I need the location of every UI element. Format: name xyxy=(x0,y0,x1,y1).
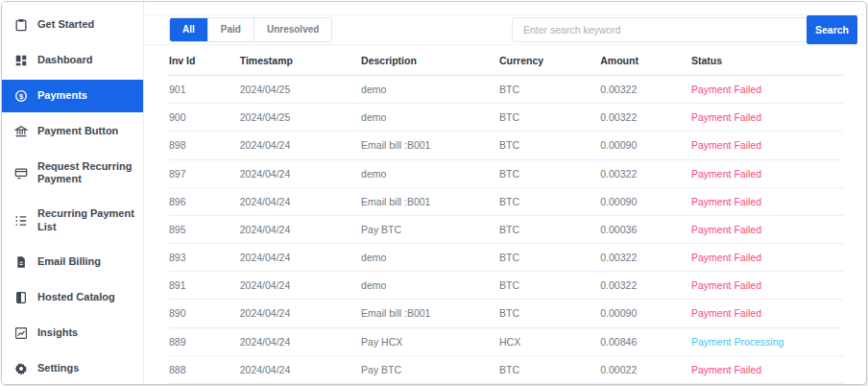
table-row: 896 2024/04/24 Email bill :B001 BTC 0.00… xyxy=(169,187,843,215)
cell-description: Email bill :B001 xyxy=(361,300,499,327)
cell-inv-id: 901 xyxy=(169,76,240,104)
cell-currency: HCX xyxy=(499,327,600,355)
filter-tab-paid[interactable]: Paid xyxy=(208,18,254,41)
table-row: 898 2024/04/24 Email bill :B001 BTC 0.00… xyxy=(169,132,843,159)
column-header: Currency xyxy=(499,45,600,76)
cell-status: Payment Failed xyxy=(691,355,843,383)
column-header: Description xyxy=(361,45,499,76)
sidebar: Get Started Dashboard $ Payments Payment… xyxy=(2,2,144,384)
cell-amount: 0.00846 xyxy=(600,327,691,355)
clipboard-icon xyxy=(14,18,28,32)
cell-description: demo xyxy=(361,244,499,272)
sidebar-item-email-billing[interactable]: Email Billing xyxy=(2,246,143,278)
cell-amount: 0.00090 xyxy=(600,132,691,159)
table-row: 901 2024/04/25 demo BTC 0.00322 Payment … xyxy=(169,76,843,104)
cell-amount: 0.00022 xyxy=(600,355,691,383)
dashboard-grid-icon xyxy=(14,54,28,67)
cell-description: Pay HCX xyxy=(361,327,499,355)
status-filter-group: All Paid Unresolved xyxy=(169,17,332,42)
cell-timestamp: 2024/04/24 xyxy=(240,272,361,300)
book-icon xyxy=(14,291,28,304)
cell-inv-id: 893 xyxy=(169,244,240,272)
search-input[interactable] xyxy=(512,17,808,42)
cell-description: Pay BTC xyxy=(361,383,499,385)
app-window: Get Started Dashboard $ Payments Payment… xyxy=(1,1,867,385)
table-row: 889 2024/04/24 Pay HCX HCX 0.00846 Payme… xyxy=(169,327,843,355)
cell-inv-id: 896 xyxy=(169,187,240,215)
dollar-circle-icon: $ xyxy=(14,89,28,103)
cell-status: Payment Processing xyxy=(691,327,843,355)
sidebar-item-label: Hosted Catalog xyxy=(37,291,115,303)
sidebar-item-request-recurring-payment[interactable]: Request Recurring Payment xyxy=(2,151,143,195)
cell-status: Payment Failed xyxy=(691,244,843,272)
cell-currency: BTC xyxy=(499,300,600,327)
sidebar-item-insights[interactable]: Insights xyxy=(2,317,143,350)
cell-amount: 0.00322 xyxy=(600,76,691,104)
cell-timestamp: 2024/04/24 xyxy=(240,187,361,215)
cell-timestamp: 2024/04/24 xyxy=(240,355,361,383)
cell-status: Payment Failed xyxy=(691,159,843,187)
table-body: 901 2024/04/25 demo BTC 0.00322 Payment … xyxy=(169,76,843,386)
sidebar-item-label: Dashboard xyxy=(37,54,92,66)
cell-status: Payment Failed xyxy=(691,272,843,300)
search-button[interactable]: Search xyxy=(807,15,857,44)
filter-tab-unresolved[interactable]: Unresolved xyxy=(254,18,331,41)
cell-amount: 0.00322 xyxy=(600,159,691,187)
cell-description: demo xyxy=(361,76,499,104)
cell-inv-id: 897 xyxy=(169,159,240,187)
sidebar-item-label: Payment Button xyxy=(37,125,118,137)
cell-inv-id: 891 xyxy=(169,272,240,300)
cell-timestamp: 2024/04/25 xyxy=(240,76,361,104)
table-row: 891 2024/04/24 demo BTC 0.00322 Payment … xyxy=(169,272,843,300)
cell-timestamp: 2024/04/24 xyxy=(240,327,361,355)
cell-currency: BTC xyxy=(499,187,600,215)
numbered-list-icon xyxy=(14,214,28,228)
cell-timestamp: 2024/04/24 xyxy=(240,383,361,385)
cell-timestamp: 2024/04/24 xyxy=(240,244,361,272)
cell-currency: BTC xyxy=(499,132,600,159)
cell-status: Payment Failed xyxy=(691,104,843,132)
table-row: 888 2024/04/24 Pay BTC BTC 0.00022 Payme… xyxy=(169,355,843,383)
table-row: 893 2024/04/24 demo BTC 0.00322 Payment … xyxy=(169,244,843,272)
payments-table: Inv Id Timestamp Description Currency Am… xyxy=(169,45,843,385)
table-row: 895 2024/04/24 Pay BTC BTC 0.00036 Payme… xyxy=(169,215,843,243)
card-icon xyxy=(14,166,28,180)
svg-text:$: $ xyxy=(19,92,24,101)
cell-amount: 0.00322 xyxy=(600,244,691,272)
cell-inv-id: 889 xyxy=(169,327,240,355)
sidebar-item-label: Insights xyxy=(37,326,78,339)
cell-status: Payment Failed xyxy=(691,76,843,104)
sidebar-item-label: Request Recurring Payment xyxy=(37,160,135,185)
table-row: 900 2024/04/25 demo BTC 0.00322 Payment … xyxy=(169,104,843,132)
cell-inv-id: 887 xyxy=(169,383,240,385)
cell-inv-id: 895 xyxy=(169,215,240,243)
sidebar-item-label: Recurring Payment List xyxy=(37,207,135,232)
sidebar-item-dashboard[interactable]: Dashboard xyxy=(2,44,143,77)
sidebar-item-label: Email Billing xyxy=(37,255,101,268)
cell-description: Email bill :B001 xyxy=(361,187,499,215)
cell-currency: BTC xyxy=(499,383,600,385)
cell-description: Pay BTC xyxy=(361,215,499,243)
cell-timestamp: 2024/04/24 xyxy=(240,215,361,243)
column-header: Status xyxy=(691,45,843,76)
filter-tab-all[interactable]: All xyxy=(170,18,208,41)
payments-table-container: Inv Id Timestamp Description Currency Am… xyxy=(144,45,866,385)
sidebar-item-recurring-payment-list[interactable]: Recurring Payment List xyxy=(2,198,143,242)
cell-description: Email bill :B001 xyxy=(361,132,499,159)
table-row: 887 2024/04/24 Pay BTC BTC 0.00022 Payme… xyxy=(169,383,843,385)
sidebar-item-payment-button[interactable]: Payment Button xyxy=(2,115,143,148)
cell-status: Payment Failed xyxy=(691,300,843,327)
sidebar-item-label: Settings xyxy=(37,362,79,374)
sidebar-item-label: Get Started xyxy=(37,18,94,31)
sidebar-item-settings[interactable]: Settings xyxy=(2,352,143,385)
sidebar-item-get-started[interactable]: Get Started xyxy=(2,9,143,41)
table-row: 897 2024/04/24 demo BTC 0.00322 Payment … xyxy=(169,159,843,187)
cell-status: Payment Failed xyxy=(691,187,843,215)
sidebar-item-hosted-catalog[interactable]: Hosted Catalog xyxy=(2,281,143,314)
table-row: 890 2024/04/24 Email bill :B001 BTC 0.00… xyxy=(169,300,843,327)
document-icon xyxy=(14,255,28,269)
cell-timestamp: 2024/04/24 xyxy=(240,300,361,327)
sidebar-item-payments[interactable]: $ Payments xyxy=(2,80,143,112)
chart-icon xyxy=(14,326,28,340)
cell-timestamp: 2024/04/25 xyxy=(240,104,361,132)
